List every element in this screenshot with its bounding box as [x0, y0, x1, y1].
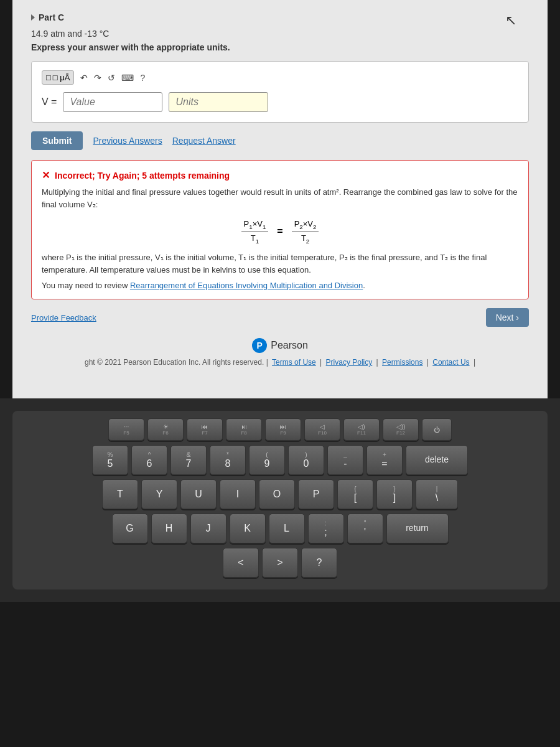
key-j[interactable]: J: [190, 514, 226, 543]
key-y-label: Y: [156, 489, 163, 500]
frac-left-den: T1: [248, 232, 261, 245]
key-minus-top: _: [343, 451, 347, 458]
key-t[interactable]: T: [102, 479, 138, 509]
key-i-label: I: [236, 489, 239, 500]
review-line: You may need to review Rearrangement of …: [42, 281, 518, 290]
submit-button[interactable]: Submit: [31, 131, 83, 150]
key-lt-label: <: [238, 557, 243, 568]
undo-icon[interactable]: ↶: [80, 73, 88, 83]
mu-a-label: □ μÅ: [53, 73, 70, 82]
keyboard-area: ··· F5 ☀ F6 ⏮ F7 ⏯ F8 ⏭ F9 ◁ F10: [0, 398, 560, 602]
f8-label: F8: [241, 430, 246, 436]
key-f7[interactable]: ⏮ F7: [187, 418, 223, 441]
arrow-key-row: < > ?: [19, 548, 541, 578]
key-f6[interactable]: ☀ F6: [147, 418, 184, 441]
refresh-icon[interactable]: ↺: [108, 73, 115, 83]
toolbar: □ □ μÅ ↶ ↷ ↺ ⌨ ?: [42, 70, 518, 85]
value-input[interactable]: [63, 92, 162, 112]
key-minus[interactable]: _ -: [327, 445, 363, 475]
key-power[interactable]: ⏻: [422, 418, 452, 441]
key-semicolon[interactable]: : ;: [308, 514, 344, 543]
key-delete-label: delete: [425, 455, 449, 464]
key-9[interactable]: ( 9: [249, 445, 285, 475]
key-minus-main: -: [343, 458, 347, 469]
permissions-link[interactable]: Permissions: [382, 358, 422, 367]
key-bracket-left[interactable]: { [: [337, 479, 373, 509]
conditions-text: 14.9 atm and -13 °C: [31, 29, 529, 39]
next-button[interactable]: Next ›: [486, 308, 529, 327]
key-p-label: P: [313, 489, 320, 500]
key-return-label: return: [406, 524, 429, 533]
key-f11[interactable]: ◁) F11: [343, 418, 380, 441]
key-f5[interactable]: ··· F5: [108, 418, 144, 441]
key-semicolon-main: ;: [324, 527, 327, 538]
key-5-main: 5: [108, 458, 113, 469]
f12-label: F12: [396, 430, 405, 436]
key-l[interactable]: L: [269, 514, 305, 543]
privacy-link[interactable]: Privacy Policy: [326, 358, 373, 367]
fraction-left: P1×V1 T1: [241, 219, 269, 244]
key-6[interactable]: ^ 6: [131, 445, 167, 475]
f12-icon: ◁)): [396, 423, 406, 430]
terms-link[interactable]: Terms of Use: [272, 358, 316, 367]
key-y[interactable]: Y: [141, 479, 177, 509]
key-i[interactable]: I: [220, 479, 256, 509]
key-f12[interactable]: ◁)) F12: [383, 418, 419, 441]
format-button[interactable]: □ □ μÅ: [42, 70, 74, 85]
help-icon[interactable]: ?: [140, 73, 145, 83]
buttons-row: Submit Previous Answers Request Answer: [31, 131, 529, 150]
key-9-main: 9: [264, 458, 270, 469]
key-return[interactable]: return: [386, 514, 449, 543]
review-link[interactable]: Rearrangement of Equations Involving Mul…: [130, 281, 363, 290]
error-header: ✕ Incorrect; Try Again; 5 attempts remai…: [42, 169, 518, 181]
feedback-link[interactable]: Provide Feedback: [31, 313, 96, 322]
key-k[interactable]: K: [230, 514, 266, 543]
screen-area: ↖ Part C 14.9 atm and -13 °C Express you…: [12, 0, 548, 398]
pearson-logo-area: P Pearson: [31, 338, 529, 353]
key-8[interactable]: * 8: [210, 445, 246, 475]
key-f10[interactable]: ◁ F10: [304, 418, 340, 441]
keyboard: ··· F5 ☀ F6 ⏮ F7 ⏯ F8 ⏭ F9 ◁ F10: [12, 411, 548, 590]
fraction-right: P2×V2 T2: [292, 219, 319, 244]
key-f8[interactable]: ⏯ F8: [226, 418, 262, 441]
key-g[interactable]: G: [112, 514, 148, 543]
redo-icon[interactable]: ↷: [94, 73, 101, 83]
f9-label: F9: [280, 430, 286, 436]
key-o[interactable]: O: [259, 479, 295, 509]
collapse-icon[interactable]: [31, 14, 35, 21]
key-delete[interactable]: delete: [406, 445, 468, 475]
key-gt-label: >: [277, 557, 282, 568]
key-u[interactable]: U: [180, 479, 217, 509]
key-o-label: O: [273, 489, 281, 500]
key-backslash[interactable]: | \: [416, 479, 458, 509]
units-input[interactable]: [169, 92, 268, 112]
keyboard-icon[interactable]: ⌨: [121, 73, 134, 83]
key-question[interactable]: ?: [301, 548, 337, 578]
tyuiop-key-row: T Y U I O P { [ } ]: [19, 479, 541, 509]
key-less-than[interactable]: <: [223, 548, 259, 578]
key-5[interactable]: % 5: [92, 445, 128, 475]
key-equals[interactable]: + =: [366, 445, 403, 475]
key-7[interactable]: & 7: [170, 445, 207, 475]
key-j-label: J: [206, 523, 211, 534]
key-equals-main: =: [381, 458, 387, 469]
review-prefix: You may need to review: [42, 281, 128, 290]
error-x-icon: ✕: [42, 169, 50, 181]
part-label-text: Part C: [39, 12, 64, 22]
key-0[interactable]: ) 0: [288, 445, 324, 475]
key-greater-than[interactable]: >: [262, 548, 298, 578]
key-p[interactable]: P: [298, 479, 334, 509]
key-t-label: T: [117, 489, 123, 500]
request-answer-link[interactable]: Request Answer: [172, 136, 236, 146]
key-f9[interactable]: ⏭ F9: [265, 418, 301, 441]
key-quote[interactable]: " ': [347, 514, 383, 543]
frac-right-num: P2×V2: [292, 219, 319, 232]
key-9-top: (: [266, 451, 268, 458]
pearson-logo: P Pearson: [252, 338, 308, 353]
error-box: ✕ Incorrect; Try Again; 5 attempts remai…: [31, 160, 529, 299]
contact-link[interactable]: Contact Us: [432, 358, 469, 367]
key-bracket-right[interactable]: } ]: [376, 479, 413, 509]
previous-answers-link[interactable]: Previous Answers: [93, 136, 162, 146]
power-icon: ⏻: [434, 426, 440, 433]
key-h[interactable]: H: [151, 514, 187, 543]
